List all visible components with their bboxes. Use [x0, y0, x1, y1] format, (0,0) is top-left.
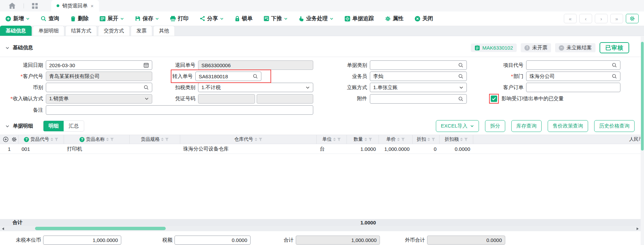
split-button[interactable]: 拆分: [485, 120, 505, 132]
transfer-no-field[interactable]: SA63180018: [195, 72, 261, 81]
column-header-item-code[interactable]: ? 货品代号: [19, 135, 64, 144]
search-icon[interactable]: [143, 85, 149, 90]
salesman-field[interactable]: 李灿: [370, 72, 467, 81]
sort-icon[interactable]: [460, 138, 463, 141]
inventory-query-button[interactable]: 库存查询: [511, 120, 542, 132]
tab-invoice[interactable]: 发票: [131, 26, 152, 36]
column-header-qty[interactable]: 数量: [347, 135, 379, 144]
toggle-detail[interactable]: 明细: [43, 121, 64, 131]
history-price-query-button[interactable]: 历史价格查询: [594, 120, 635, 132]
price-policy-query-button[interactable]: 售价政策查询: [548, 120, 588, 132]
rmb-cell[interactable]: [473, 144, 644, 154]
filter-icon[interactable]: [368, 138, 372, 141]
filter-icon[interactable]: [431, 138, 435, 141]
tab-basic-info[interactable]: 基础信息: [0, 26, 32, 36]
doc-number-badge[interactable]: MAK6330102: [471, 44, 517, 52]
expand-button[interactable]: 展开: [100, 15, 124, 22]
search-icon[interactable]: [253, 74, 258, 79]
add-row-icon[interactable]: [3, 137, 8, 142]
delete-button[interactable]: 删除: [70, 15, 89, 22]
horizontal-scrollbar[interactable]: [0, 226, 644, 231]
search-icon[interactable]: [458, 62, 463, 68]
close-button[interactable]: 关闭: [415, 15, 433, 22]
doc-category-field[interactable]: [370, 60, 467, 70]
filter-icon[interactable]: [110, 138, 114, 141]
sort-icon[interactable]: [427, 138, 430, 141]
attachment-field[interactable]: [370, 94, 467, 104]
column-header-discount-amount[interactable]: 折扣额: [440, 135, 473, 144]
qty-cell[interactable]: 1.0000: [347, 144, 379, 154]
properties-button[interactable]: 属性: [385, 15, 404, 22]
toggle-summary[interactable]: 汇总: [64, 121, 84, 131]
discount-amount-cell[interactable]: 0.0000: [440, 144, 473, 154]
warehouse-cell[interactable]: 珠海分公司设备仓库: [180, 144, 317, 154]
excel-import-button[interactable]: EXCEL导入: [436, 120, 479, 132]
help-icon[interactable]: ?: [24, 137, 29, 142]
previous-record-button[interactable]: ‹: [579, 14, 592, 23]
push-down-button[interactable]: 下推: [264, 15, 288, 22]
share-button[interactable]: 分享: [200, 15, 224, 22]
column-header-item-name[interactable]: ? 货品名称: [64, 135, 130, 144]
tab-other[interactable]: 其他: [153, 26, 175, 36]
print-button[interactable]: 打印: [170, 15, 189, 22]
scroll-left-arrow-icon[interactable]: [2, 227, 4, 230]
lock-order-button[interactable]: 锁单: [235, 15, 253, 22]
column-header-spec[interactable]: 货品规格: [130, 135, 180, 144]
collapse-chevron-icon[interactable]: [5, 46, 9, 50]
sort-icon[interactable]: [161, 138, 164, 141]
search-icon[interactable]: [458, 74, 463, 79]
discount-cell[interactable]: 0: [413, 144, 440, 154]
last-record-button[interactable]: »: [610, 14, 623, 23]
item-code-cell[interactable]: 001: [19, 144, 64, 154]
filter-icon[interactable]: [165, 138, 169, 141]
vertical-scrollbar-thumb[interactable]: [641, 42, 644, 151]
untaxed-field[interactable]: 1,000.0000: [43, 236, 121, 245]
sort-icon[interactable]: [51, 138, 53, 141]
search-icon[interactable]: [612, 74, 617, 79]
sort-icon[interactable]: [106, 138, 109, 141]
filter-icon[interactable]: [55, 138, 58, 141]
sort-icon[interactable]: [364, 138, 367, 141]
filter-icon[interactable]: [259, 138, 262, 141]
project-code-field[interactable]: [526, 60, 620, 70]
table-row[interactable]: 1 001 打印机 珠海分公司设备仓库 台 1.0000 1,000.0000 …: [0, 144, 644, 154]
document-tracking-button[interactable]: 单据追踪: [345, 15, 374, 22]
document-tab[interactable]: 销货退回单 ×: [51, 0, 99, 11]
column-settings-gear-icon[interactable]: [11, 137, 17, 142]
search-icon[interactable]: [612, 62, 617, 68]
toolbar-settings-button[interactable]: [626, 14, 639, 23]
currency-field[interactable]: [46, 83, 152, 92]
item-name-cell[interactable]: 打印机: [64, 144, 130, 154]
revenue-method-select[interactable]: 1.销货单: [46, 94, 152, 104]
save-button[interactable]: 保存: [135, 15, 159, 22]
help-icon[interactable]: ?: [79, 137, 85, 142]
filter-icon[interactable]: [337, 138, 341, 141]
tax-field[interactable]: 0.0000: [174, 236, 251, 245]
unit-cell[interactable]: 台: [317, 144, 347, 154]
apps-grid-icon[interactable]: [32, 0, 38, 11]
vertical-scrollbar[interactable]: [641, 36, 644, 245]
price-cell[interactable]: 1,000.0000: [379, 144, 413, 154]
collapse-chevron-icon[interactable]: [5, 124, 9, 128]
horizontal-scrollbar-thumb[interactable]: [35, 227, 166, 230]
next-record-button[interactable]: ›: [595, 14, 608, 23]
home-icon[interactable]: [0, 0, 15, 11]
chevron-down-icon[interactable]: [305, 85, 310, 90]
column-header-rmb[interactable]: 人民币: [473, 135, 644, 144]
sort-icon[interactable]: [255, 138, 257, 141]
business-process-button[interactable]: 业务处理: [299, 15, 333, 22]
remark-field[interactable]: [46, 105, 313, 115]
close-tab-icon[interactable]: ×: [91, 3, 94, 9]
calendar-icon[interactable]: [143, 62, 149, 68]
column-header-price[interactable]: 单价: [379, 135, 413, 144]
department-field[interactable]: 珠海分公司: [526, 72, 620, 81]
chevron-down-icon[interactable]: [144, 97, 149, 101]
spec-cell[interactable]: [130, 144, 180, 154]
tab-settlement-method[interactable]: 结算方式: [65, 26, 97, 36]
sort-icon[interactable]: [333, 138, 336, 141]
chevron-down-icon[interactable]: [459, 85, 463, 90]
customer-order-field[interactable]: [526, 83, 620, 92]
column-header-warehouse[interactable]: 仓库代号: [180, 135, 317, 144]
tax-type-select[interactable]: 1.不计税: [198, 83, 313, 92]
filter-icon[interactable]: [464, 138, 468, 141]
